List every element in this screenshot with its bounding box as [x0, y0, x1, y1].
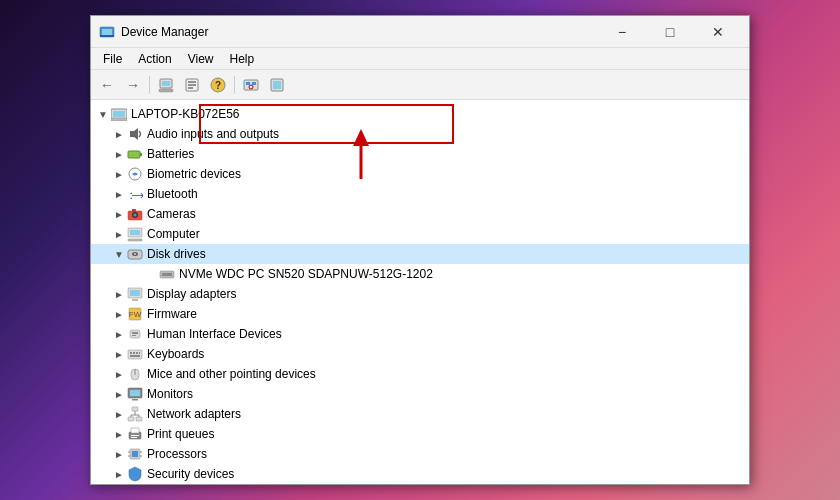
svg-rect-31: [130, 230, 140, 235]
monitors-icon: [127, 386, 143, 402]
hid-label: Human Interface Devices: [147, 327, 282, 341]
up-button[interactable]: [154, 73, 178, 97]
monitors-label: Monitors: [147, 387, 193, 401]
audio-label: Audio inputs and outputs: [147, 127, 279, 141]
root-label: LAPTOP-KB072E56: [131, 107, 240, 121]
firmware-icon: FW: [127, 306, 143, 322]
tree-item-network[interactable]: ► Network adapters: [91, 404, 749, 424]
minimize-button[interactable]: −: [599, 17, 645, 47]
window-title: Device Manager: [121, 25, 599, 39]
mice-label: Mice and other pointing devices: [147, 367, 316, 381]
svg-rect-67: [131, 437, 137, 438]
svg-rect-32: [128, 239, 142, 241]
svg-rect-19: [113, 111, 125, 117]
firmware-label: Firmware: [147, 307, 197, 321]
tree-item-bluetooth[interactable]: ► ⧴ Bluetooth: [91, 184, 749, 204]
menu-help[interactable]: Help: [222, 50, 263, 68]
batteries-expand: ►: [111, 146, 127, 162]
tree-item-firmware[interactable]: ► FW Firmware: [91, 304, 749, 324]
svg-rect-57: [132, 407, 138, 411]
nvme-icon: [159, 266, 175, 282]
svg-rect-46: [128, 350, 142, 359]
svg-text:FW: FW: [129, 310, 142, 319]
tree-item-monitors[interactable]: ► Monitors: [91, 384, 749, 404]
tree-item-cameras[interactable]: ► Cameras: [91, 204, 749, 224]
svg-rect-50: [139, 352, 140, 354]
audio-icon: [127, 126, 143, 142]
tree-item-audio[interactable]: ► Audio inputs and outputs: [91, 124, 749, 144]
keyboards-expand: ►: [111, 346, 127, 362]
tree-item-mice[interactable]: ► Mice and other pointing devices: [91, 364, 749, 384]
svg-marker-21: [130, 128, 138, 140]
monitors-expand: ►: [111, 386, 127, 402]
root-expand-icon: ▼: [95, 106, 111, 122]
batteries-icon: [127, 146, 143, 162]
tree-item-batteries[interactable]: ► Batteries: [91, 144, 749, 164]
close-button[interactable]: ✕: [695, 17, 741, 47]
menu-file[interactable]: File: [95, 50, 130, 68]
svg-rect-55: [130, 390, 140, 396]
svg-rect-22: [128, 151, 140, 158]
computer-label: Computer: [147, 227, 200, 241]
svg-text:⧴: ⧴: [130, 186, 143, 202]
help-button[interactable]: ?: [206, 73, 230, 97]
security-icon: [127, 466, 143, 482]
network-expand: ►: [111, 406, 127, 422]
tree-item-biometric[interactable]: ► Biometric devices: [91, 164, 749, 184]
back-button[interactable]: ←: [95, 73, 119, 97]
keyboards-icon: [127, 346, 143, 362]
firmware-expand: ►: [111, 306, 127, 322]
hid-icon: [127, 326, 143, 342]
print-icon: [127, 426, 143, 442]
title-bar: Device Manager − □ ✕: [91, 16, 749, 48]
device-manager-window: Device Manager − □ ✕ File Action View He…: [90, 15, 750, 485]
network-icon: [127, 406, 143, 422]
svg-rect-45: [132, 335, 136, 336]
svg-rect-44: [132, 332, 138, 334]
svg-rect-37: [162, 273, 172, 276]
svg-rect-56: [132, 399, 138, 401]
svg-rect-51: [130, 355, 140, 357]
toolbar: ← → ?: [91, 70, 749, 100]
tree-item-security[interactable]: ► Security devices: [91, 464, 749, 484]
menu-action[interactable]: Action: [130, 50, 179, 68]
svg-rect-29: [132, 209, 136, 212]
cameras-expand: ►: [111, 206, 127, 222]
bluetooth-label: Bluetooth: [147, 187, 198, 201]
svg-rect-59: [136, 417, 142, 421]
update-button[interactable]: [265, 73, 289, 97]
tree-item-diskdrives[interactable]: ▼ Disk drives: [91, 244, 749, 264]
menu-view[interactable]: View: [180, 50, 222, 68]
tree-item-keyboards[interactable]: ► Keyboards: [91, 344, 749, 364]
tree-item-processors[interactable]: ► Processors: [91, 444, 749, 464]
security-expand: ►: [111, 466, 127, 482]
processors-expand: ►: [111, 446, 127, 462]
svg-rect-4: [162, 81, 170, 86]
processors-label: Processors: [147, 447, 207, 461]
audio-expand: ►: [111, 126, 127, 142]
diskdrives-icon: [127, 246, 143, 262]
bluetooth-icon: ⧴: [127, 186, 143, 202]
svg-point-28: [134, 214, 137, 217]
tree-item-hid[interactable]: ► Human Interface Devices: [91, 324, 749, 344]
svg-point-35: [134, 253, 136, 255]
svg-rect-65: [131, 428, 139, 433]
scan-button[interactable]: [239, 73, 263, 97]
forward-button[interactable]: →: [121, 73, 145, 97]
tree-item-display[interactable]: ► Display adapters: [91, 284, 749, 304]
cameras-label: Cameras: [147, 207, 196, 221]
tree-item-print[interactable]: ► Print queues: [91, 424, 749, 444]
svg-rect-23: [140, 153, 142, 156]
tree-item-nvme[interactable]: ► NVMe WDC PC SN520 SDAPNUW-512G-1202: [91, 264, 749, 284]
svg-text:?: ?: [215, 80, 221, 91]
keyboards-label: Keyboards: [147, 347, 204, 361]
diskdrives-label: Disk drives: [147, 247, 206, 261]
tree-item-computer[interactable]: ► Computer: [91, 224, 749, 244]
display-label: Display adapters: [147, 287, 236, 301]
maximize-button[interactable]: □: [647, 17, 693, 47]
properties-button[interactable]: [180, 73, 204, 97]
device-tree[interactable]: ▼ LAPTOP-KB072E56 ► Audio inputs and out…: [91, 100, 749, 484]
svg-rect-39: [130, 290, 140, 296]
tree-root[interactable]: ▼ LAPTOP-KB072E56: [91, 104, 749, 124]
cameras-icon: [127, 206, 143, 222]
